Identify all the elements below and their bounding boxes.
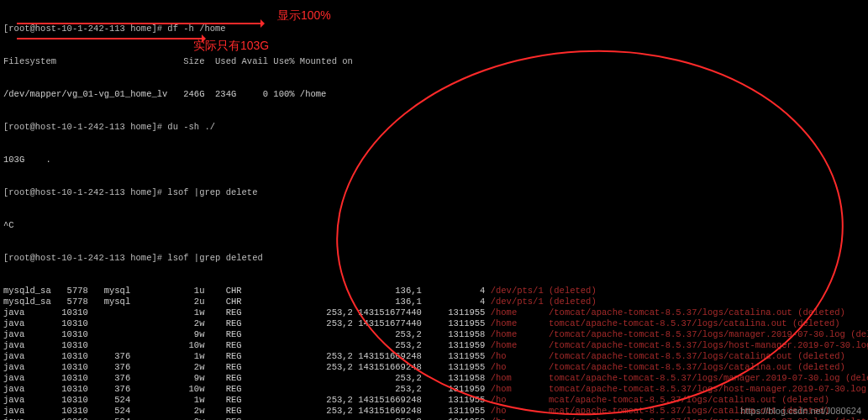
file-path: /dev/pts/1 — [491, 297, 549, 307]
terminal-output[interactable]: [root@host-10-1-242-113 home]# df -h /ho… — [0, 0, 868, 420]
du-output: 103G . — [3, 155, 865, 165]
lsof-row: java 10310 1w REG 253,2 143151677440 131… — [3, 307, 865, 318]
lsof-row: mysqld_sa 5778 mysql 2u CHR 136,1 4 /dev… — [3, 297, 865, 307]
lsof-row: java 10310 376 1w REG 253,2 143151669248… — [3, 351, 865, 362]
file-path: /home /tomcat/apache-tomcat-8.5.37/logs/… — [491, 340, 868, 350]
deleted-marker: (deleted) — [781, 406, 829, 416]
deleted-marker: (deleted) — [797, 307, 845, 318]
cmd-du: du -sh ./ — [167, 122, 215, 132]
prompt: [root@host-10-1-242-113 home]# — [3, 253, 162, 263]
file-path: /ho /tomcat/apache-tomcat-8.5.37/logs/ca… — [491, 351, 797, 361]
file-path: /home /tomcat/apache-tomcat-8.5.37/logs/… — [491, 307, 797, 318]
deleted-marker: (deleted) — [781, 395, 829, 405]
df-header: Filesystem Size Used Avail Use% Mounted … — [3, 56, 865, 67]
file-path: /hom tomcat/apache-tomcat-8.5.37/logs/ma… — [491, 373, 845, 383]
lsof-row: java 10310 2w REG 253,2 143151677440 131… — [3, 318, 865, 329]
lsof-row: java 10310 524 2w REG 253,2 143151669248… — [3, 406, 865, 417]
deleted-marker: (deleted) — [834, 417, 868, 420]
df-line: /dev/mapper/vg_01-vg_01_home_lv 246G 234… — [3, 89, 865, 100]
deleted-marker: (deleted) — [797, 362, 845, 372]
lsof-row: mysqld_sa 5778 mysql 1u CHR 136,1 4 /dev… — [3, 286, 865, 297]
cmd-lsof2: lsof |grep deleted — [167, 253, 262, 263]
prompt: [root@host-10-1-242-113 home]# — [3, 187, 162, 197]
ctrl-c: ^C — [3, 220, 865, 231]
deleted-marker: (deleted) — [792, 318, 840, 328]
file-path: /ho mcat/apache-tomcat-8.5.37/logs/catal… — [491, 406, 782, 416]
prompt: [root@host-10-1-242-113 home]# — [3, 122, 162, 132]
cmd-df: df -h /home — [167, 24, 225, 34]
lsof-row: java 10310 376 9w REG 253,2 1311958 /hom… — [3, 373, 865, 384]
lsof-row: java 10310 376 10w REG 253,2 1311959 /ho… — [3, 384, 865, 395]
lsof-row: java 10310 10w REG 253,2 1311959 /home /… — [3, 340, 865, 351]
prompt: [root@host-10-1-242-113 home]# — [3, 24, 162, 34]
lsof-output: mysqld_sa 5778 mysql 1u CHR 136,1 4 /dev… — [3, 286, 865, 420]
deleted-marker: (deleted) — [850, 329, 868, 339]
file-path: /ho /tomcat/apache-tomcat-8.5.37/logs/ca… — [491, 362, 797, 372]
lsof-row: java 10310 524 1w REG 253,2 143151669248… — [3, 395, 865, 406]
deleted-marker: (deleted) — [549, 297, 597, 307]
file-path: /ho mcat/apache-tomcat-8.5.37/logs/manag… — [491, 417, 835, 420]
cmd-lsof1: lsof |grep delete — [167, 187, 257, 197]
file-path: /hom tomcat/apache-tomcat-8.5.37/logs/ho… — [491, 384, 868, 394]
file-path: /dev/pts/1 — [491, 286, 549, 296]
deleted-marker: (deleted) — [549, 286, 597, 296]
deleted-marker: (deleted) — [845, 373, 868, 383]
lsof-row: java 10310 524 9w REG 253,2 1311958 /ho … — [3, 417, 865, 420]
file-path: /ho mcat/apache-tomcat-8.5.37/logs/catal… — [491, 395, 782, 405]
deleted-marker: (deleted) — [797, 351, 845, 361]
file-path: /home /tomcat/apache-tomcat-8.5.37/logs/… — [491, 329, 850, 339]
lsof-row: java 10310 376 2w REG 253,2 143151669248… — [3, 362, 865, 373]
lsof-row: java 10310 9w REG 253,2 1311958 /home /t… — [3, 329, 865, 340]
file-path: /home tomcat/apache-tomcat-8.5.37/logs/c… — [491, 318, 792, 328]
